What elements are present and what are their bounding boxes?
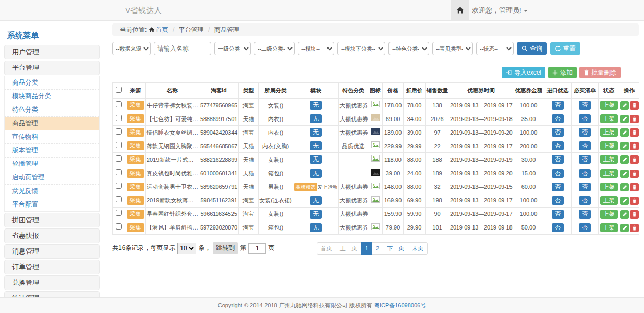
cell-taoke-id: 589042420344 xyxy=(199,126,239,139)
page-number-input[interactable] xyxy=(248,243,266,254)
cell-coupon-time: 2019-09-13—2019-09-15 xyxy=(449,180,513,194)
edit-button[interactable] xyxy=(620,101,629,110)
breadcrumb-level2[interactable]: 商品管理 xyxy=(214,26,239,33)
cell-must-buy: 否 xyxy=(572,153,599,166)
breadcrumb-level1[interactable]: 平台管理 xyxy=(179,26,204,33)
row-checkbox[interactable] xyxy=(116,142,122,148)
sidebar-subitem[interactable]: 意见反馈 xyxy=(5,185,99,198)
delete-button[interactable] xyxy=(630,210,639,219)
sidebar-section[interactable]: 消息管理 xyxy=(4,244,100,259)
sidebar-section[interactable]: 兑换管理 xyxy=(4,275,100,290)
delete-button[interactable] xyxy=(630,183,639,191)
edit-button[interactable] xyxy=(620,170,629,178)
select-all-checkbox[interactable] xyxy=(116,87,122,93)
edit-button[interactable] xyxy=(620,197,629,205)
table-row: 采集真皮钱包时尚优雅女士...601000601341天猫箱包()无39.002… xyxy=(113,166,639,180)
footer: Copyright © 2014-2018 广州九驰网络科技有限公司 版权所有 … xyxy=(0,297,644,313)
edit-button[interactable] xyxy=(620,142,629,150)
cell-feature-category: 大额优惠券 xyxy=(339,221,368,234)
delete-button[interactable] xyxy=(630,142,639,150)
edit-button[interactable] xyxy=(620,128,629,137)
row-checkbox[interactable] xyxy=(116,196,122,202)
delete-button[interactable] xyxy=(630,155,639,164)
row-checkbox[interactable] xyxy=(116,223,122,230)
sidebar-section[interactable]: 省惠快报 xyxy=(4,228,100,243)
per-page-select[interactable]: 10 xyxy=(177,243,196,254)
cell-product-name: 2019新款一片式系... xyxy=(146,153,199,166)
sidebar-subitem[interactable]: 启动页管理 xyxy=(5,171,99,185)
delete-button[interactable] xyxy=(630,224,639,232)
table-row: 采集情侣睡衣女夏丝绸男士...589042420344淘宝内衣()无大额优惠券1… xyxy=(113,126,639,139)
filter-select[interactable]: --特色分类-- xyxy=(388,42,429,55)
delete-button[interactable] xyxy=(630,170,639,178)
filter-select[interactable]: --数据来源-- xyxy=(112,42,151,55)
cell-status: 上架 xyxy=(599,153,619,166)
filter-select[interactable]: 一级分类 xyxy=(214,42,251,55)
sidebar-section[interactable]: 订单管理 xyxy=(4,260,100,274)
sidebar-section[interactable]: 拼团管理 xyxy=(4,213,100,227)
cell-must-buy: 否 xyxy=(572,166,599,180)
jump-button[interactable]: 跳转到 xyxy=(213,242,238,254)
sidebar-section[interactable]: 用户管理 xyxy=(4,45,100,59)
filter-select[interactable]: --模块下分类-- xyxy=(337,42,385,55)
cell-discount-price: 59.90 xyxy=(404,207,426,221)
sidebar-subitem[interactable]: 平台配置 xyxy=(5,198,99,211)
page-button[interactable]: 末页 xyxy=(408,242,428,255)
sidebar-subitem[interactable]: 版本管理 xyxy=(5,144,99,158)
sidebar-subitem[interactable]: 商品分类 xyxy=(5,76,99,90)
delete-button[interactable] xyxy=(630,101,639,110)
cell-coupon-time: 2019-09-13—2019-09-20 xyxy=(449,126,513,139)
sidebar-subitem[interactable]: 商品管理 xyxy=(5,117,99,130)
row-checkbox[interactable] xyxy=(116,155,122,162)
edit-button[interactable] xyxy=(620,210,629,219)
icp-link[interactable]: 粤ICP备16098006号 xyxy=(374,302,426,309)
row-checkbox[interactable] xyxy=(116,210,122,216)
batch-delete-button[interactable]: 批量删除 xyxy=(579,67,621,78)
cell-source: 采集 xyxy=(125,166,146,180)
edit-icon xyxy=(622,103,627,108)
page-button[interactable]: 下一页 xyxy=(383,242,408,255)
filter-select[interactable]: --二级分类-- xyxy=(254,42,295,55)
edit-button[interactable] xyxy=(620,183,629,191)
page-button[interactable]: 1 xyxy=(361,242,372,255)
breadcrumb-home[interactable]: 首页 xyxy=(156,26,168,33)
page-button[interactable]: 2 xyxy=(372,242,383,255)
filter-select[interactable]: --状态-- xyxy=(476,42,514,55)
delete-button[interactable] xyxy=(630,115,639,123)
edit-button[interactable] xyxy=(620,224,629,232)
row-checkbox[interactable] xyxy=(116,169,122,175)
cell-sales-count: 101 xyxy=(426,221,449,234)
cell-must-buy: 否 xyxy=(572,126,599,139)
edit-button[interactable] xyxy=(620,155,629,164)
filter-select[interactable]: --宝贝类型-- xyxy=(432,42,473,55)
sidebar-section[interactable]: 平台管理 xyxy=(4,61,100,75)
cell-price: 118.00 xyxy=(383,153,404,166)
cell-taoke-id: 597293020870 xyxy=(199,221,239,234)
cell-status: 上架 xyxy=(599,207,619,221)
reset-button[interactable]: 重置 xyxy=(550,42,580,55)
sidebar-subitem[interactable]: 模块商品分类 xyxy=(5,90,99,103)
row-checkbox[interactable] xyxy=(116,183,122,189)
import-excel-button[interactable]: 导入excel xyxy=(502,67,545,78)
delete-button[interactable] xyxy=(630,128,639,137)
row-checkbox[interactable] xyxy=(116,115,122,121)
cell-source: 采集 xyxy=(125,221,146,234)
search-button[interactable]: 查询 xyxy=(517,42,547,55)
row-checkbox[interactable] xyxy=(116,128,122,135)
edit-button[interactable] xyxy=(620,115,629,123)
sidebar-subitem[interactable]: 宣传物料 xyxy=(5,130,99,144)
delete-button[interactable] xyxy=(630,197,639,205)
home-button[interactable] xyxy=(451,0,469,20)
sidebar-subitem[interactable]: 特色分类 xyxy=(5,103,99,117)
name-search-input[interactable] xyxy=(154,42,211,55)
cell-sales-count: 189 xyxy=(426,166,449,180)
cell-module: 无 xyxy=(293,126,339,139)
cell-module: 无 xyxy=(293,153,339,166)
add-button[interactable]: 添加 xyxy=(548,67,577,78)
cell-source: 采集 xyxy=(125,180,146,194)
welcome-user[interactable]: 欢迎您，管理员! xyxy=(472,0,528,21)
sidebar-subitem[interactable]: 轮播管理 xyxy=(5,158,99,171)
filter-select[interactable]: --模块-- xyxy=(298,42,334,55)
cell-status: 上架 xyxy=(599,112,619,126)
row-checkbox[interactable] xyxy=(116,101,122,107)
